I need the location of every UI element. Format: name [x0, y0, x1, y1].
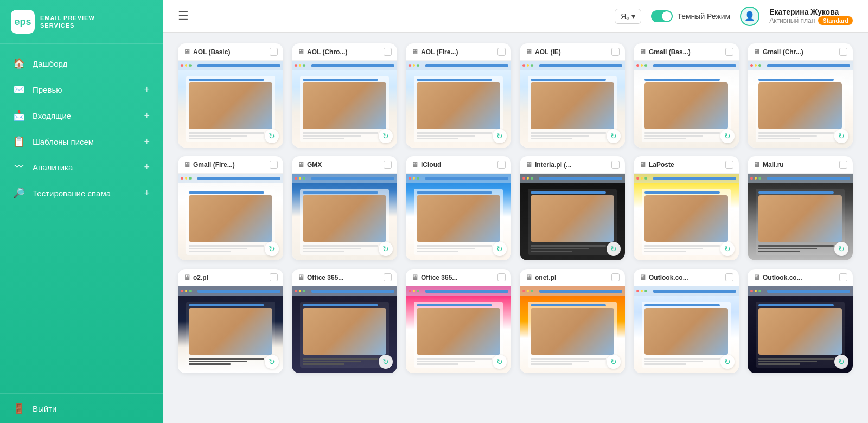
refresh-button[interactable]: ↻: [379, 355, 393, 369]
email-card-office365-1[interactable]: 🖥 Office 365...: [292, 269, 397, 373]
refresh-button[interactable]: ↻: [379, 129, 393, 143]
nav-dot-red: [636, 290, 639, 292]
card-checkbox-office365-1[interactable]: [384, 273, 392, 281]
language-button[interactable]: Яₐ ▾: [615, 9, 641, 24]
email-card-mailru[interactable]: 🖥 Mail.ru ↻: [748, 156, 853, 260]
email-card-laposte[interactable]: 🖥 LaPoste ↻: [634, 156, 739, 260]
card-checkbox-aol-chrome[interactable]: [384, 48, 392, 56]
toggle-pill[interactable]: [651, 10, 673, 22]
card-checkbox-onet[interactable]: [611, 273, 620, 281]
logout-icon: 🚪: [13, 402, 25, 414]
card-checkbox-gmail-basic[interactable]: [725, 48, 733, 56]
card-thumbnail-aol-ie: ↻: [520, 61, 625, 148]
card-checkbox-icloud[interactable]: [497, 161, 506, 169]
email-card-aol-basic[interactable]: 🖥 AOL (Basic): [178, 43, 283, 148]
refresh-button[interactable]: ↻: [607, 355, 621, 369]
refresh-button[interactable]: ↻: [265, 129, 279, 143]
thumb-text-lines: [644, 245, 729, 252]
refresh-button[interactable]: ↻: [834, 242, 848, 256]
nav-plus-inbox[interactable]: +: [144, 110, 150, 121]
monitor-icon: 🖥: [753, 273, 760, 281]
refresh-button[interactable]: ↻: [834, 129, 848, 143]
refresh-button[interactable]: ↻: [607, 242, 621, 256]
email-card-aol-ie[interactable]: 🖥 AOL (IE) ↻: [520, 43, 625, 148]
card-checkbox-laposte[interactable]: [725, 161, 733, 169]
card-checkbox-o2[interactable]: [270, 273, 278, 281]
thumb-line-2: [758, 361, 817, 362]
refresh-button[interactable]: ↻: [265, 242, 279, 256]
sidebar-item-dashboard[interactable]: 🏠 Дашборд: [0, 50, 163, 76]
email-card-outlook-1[interactable]: 🖥 Outlook.co...: [634, 269, 739, 373]
card-header-left: 🖥 GMX: [297, 161, 322, 169]
thumb-line-3: [531, 138, 572, 139]
email-card-o2[interactable]: 🖥 o2.pl ↻: [178, 269, 283, 373]
thumb-line-2: [644, 135, 703, 137]
nav-plus-analytics[interactable]: +: [144, 162, 150, 173]
email-card-gmail-chrome[interactable]: 🖥 Gmail (Chr...): [748, 43, 853, 148]
thumb-inner: [300, 302, 390, 368]
card-thumbnail-aol-firefox: ↻: [406, 61, 511, 148]
sidebar-item-inbox[interactable]: 📩 Входящие +: [0, 102, 163, 129]
card-checkbox-office365-2[interactable]: [497, 273, 506, 281]
nav-plus-templates[interactable]: +: [144, 136, 150, 148]
refresh-button[interactable]: ↻: [493, 355, 507, 369]
refresh-button[interactable]: ↻: [493, 129, 507, 143]
email-card-icloud[interactable]: 🖥 iCloud ↻: [406, 156, 511, 260]
refresh-button[interactable]: ↻: [720, 242, 735, 256]
hamburger-button[interactable]: ☰: [178, 9, 189, 23]
nav-dot-yellow: [413, 177, 416, 180]
card-header-outlook-1: 🖥 Outlook.co...: [634, 269, 739, 286]
card-checkbox-outlook-1[interactable]: [725, 273, 733, 281]
card-header-left: 🖥 Gmail (Fire...): [183, 161, 235, 169]
card-header-icloud: 🖥 iCloud: [406, 156, 511, 174]
card-checkbox-mailru[interactable]: [839, 161, 847, 169]
card-checkbox-interia[interactable]: [611, 161, 620, 169]
email-card-gmx[interactable]: 🖥 GMX ↻: [292, 156, 397, 260]
card-checkbox-gmx[interactable]: [384, 161, 392, 169]
nav-items: 🏠 Дашборд ✉️ Превью + 📩 Входящие + 📋 Шаб…: [0, 44, 163, 393]
card-thumbnail-office365-1: ↻: [292, 286, 397, 373]
card-label: AOL (Fire...): [421, 48, 458, 56]
nav-plus-spam[interactable]: +: [144, 188, 150, 199]
thumb-nav-bar: [634, 286, 739, 296]
url-bar: [539, 64, 622, 67]
sidebar-item-templates[interactable]: 📋 Шаблоны писем +: [0, 129, 163, 155]
refresh-button[interactable]: ↻: [720, 355, 735, 369]
refresh-button[interactable]: ↻: [607, 129, 621, 143]
email-card-aol-chrome[interactable]: 🖥 AOL (Chro...): [292, 43, 397, 148]
thumb-text-lines: [758, 132, 843, 139]
email-card-onet[interactable]: 🖥 onet.pl ↻: [520, 269, 625, 373]
monitor-icon: 🖥: [411, 48, 418, 56]
content-area: 🖥 AOL (Basic): [163, 33, 868, 423]
card-checkbox-gmail-firefox[interactable]: [270, 161, 278, 169]
sidebar-item-analytics[interactable]: 〰 Аналитика +: [0, 155, 163, 180]
email-card-office365-2[interactable]: 🖥 Office 365...: [406, 269, 511, 373]
nav-dot-red: [522, 290, 525, 292]
refresh-button[interactable]: ↻: [834, 355, 848, 369]
thumb-image: [531, 82, 615, 130]
card-checkbox-aol-ie[interactable]: [611, 48, 620, 56]
nav-plus-preview[interactable]: +: [144, 84, 150, 95]
card-thumbnail-icloud: ↻: [406, 174, 511, 260]
card-thumbnail-aol-basic: ↻: [178, 61, 283, 148]
card-header-left: 🖥 iCloud: [411, 161, 441, 169]
email-card-gmail-basic[interactable]: 🖥 Gmail (Bas...): [634, 43, 739, 148]
dark-mode-toggle[interactable]: Темный Режим: [651, 10, 730, 22]
sidebar-item-spam[interactable]: 🔎 Тестирование спама +: [0, 180, 163, 206]
email-card-outlook-2[interactable]: 🖥 Outlook.co...: [748, 269, 853, 373]
card-checkbox-gmail-chrome[interactable]: [839, 48, 847, 56]
card-checkbox-aol-basic[interactable]: [270, 48, 278, 56]
card-checkbox-aol-firefox[interactable]: [497, 48, 506, 56]
email-card-interia[interactable]: 🖥 Interia.pl (...: [520, 156, 625, 260]
refresh-button[interactable]: ↻: [493, 242, 507, 256]
email-card-aol-firefox[interactable]: 🖥 AOL (Fire...): [406, 43, 511, 148]
refresh-button[interactable]: ↻: [379, 242, 393, 256]
sidebar-item-preview[interactable]: ✉️ Превью +: [0, 76, 163, 102]
refresh-button[interactable]: ↻: [720, 129, 735, 143]
nav-left: 〰 Аналитика: [13, 162, 73, 173]
email-card-gmail-firefox[interactable]: 🖥 Gmail (Fire...): [178, 156, 283, 260]
card-checkbox-outlook-2[interactable]: [839, 273, 847, 281]
thumb-nav-bar: [520, 174, 625, 183]
refresh-button[interactable]: ↻: [265, 355, 279, 369]
logout-button[interactable]: 🚪 Выйти: [0, 393, 163, 423]
